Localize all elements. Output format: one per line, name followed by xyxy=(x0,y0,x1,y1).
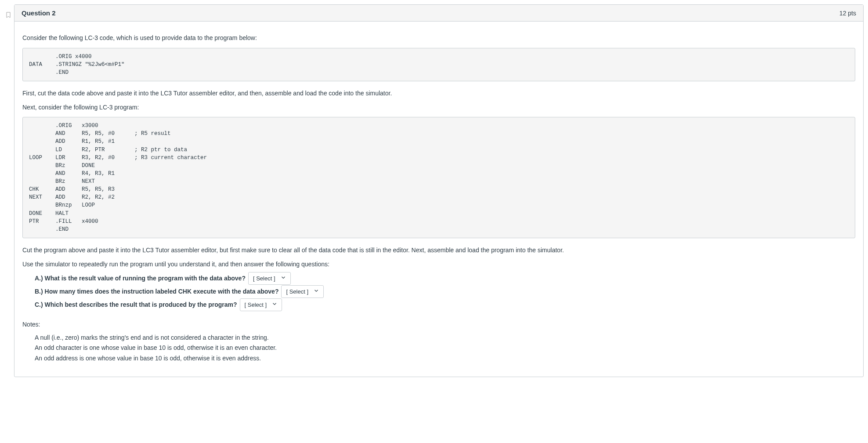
question-body: Consider the following LC-3 code, which … xyxy=(14,22,863,377)
sub-question-a-label: A.) What is the result value of running … xyxy=(35,275,246,282)
question-points: 12 pts xyxy=(839,10,856,17)
sub-questions-block: A.) What is the result value of running … xyxy=(22,275,855,308)
sub-question-b-label: B.) How many times does the instruction … xyxy=(35,288,278,295)
paragraph-after-code1: First, cut the data code above and paste… xyxy=(22,89,855,98)
question-title: Question 2 xyxy=(22,9,56,17)
sub-question-c: C.) Which best describes the result that… xyxy=(35,301,855,308)
note-3: An odd address is one whose value in bas… xyxy=(35,354,855,363)
select-a-wrap[interactable]: [ Select ] xyxy=(248,275,291,282)
notes-heading: Notes: xyxy=(22,320,855,329)
note-1: A null (i.e., zero) marks the string's e… xyxy=(35,334,855,342)
flag-column xyxy=(3,4,14,21)
paragraph-use-simulator: Use the simulator to repeatedly run the … xyxy=(22,260,855,269)
select-c[interactable]: [ Select ] xyxy=(240,298,282,311)
intro-paragraph-1: Consider the following LC-3 code, which … xyxy=(22,34,855,43)
select-b[interactable]: [ Select ] xyxy=(281,285,324,298)
bookmark-icon[interactable] xyxy=(5,11,12,21)
select-c-wrap[interactable]: [ Select ] xyxy=(240,301,282,308)
question-container: Question 2 12 pts Consider the following… xyxy=(14,4,864,377)
code-block-program: .ORIG x3000 AND R5, R5, #0 ; R5 result A… xyxy=(22,117,855,238)
note-2: An odd character is one whose value in b… xyxy=(35,344,855,352)
paragraph-next: Next, consider the following LC-3 progra… xyxy=(22,103,855,112)
code-block-data: .ORIG x4000 DATA .STRINGZ "%2Jw6<m#P1" .… xyxy=(22,48,855,81)
select-b-wrap[interactable]: [ Select ] xyxy=(281,288,324,295)
select-a[interactable]: [ Select ] xyxy=(248,272,291,285)
sub-question-c-label: C.) Which best describes the result that… xyxy=(35,301,237,308)
notes-list: A null (i.e., zero) marks the string's e… xyxy=(22,334,855,363)
question-header: Question 2 12 pts xyxy=(14,5,863,22)
paragraph-after-code2: Cut the program above and paste it into … xyxy=(22,246,855,255)
sub-question-b: B.) How many times does the instruction … xyxy=(35,288,855,295)
sub-question-a: A.) What is the result value of running … xyxy=(35,275,855,282)
